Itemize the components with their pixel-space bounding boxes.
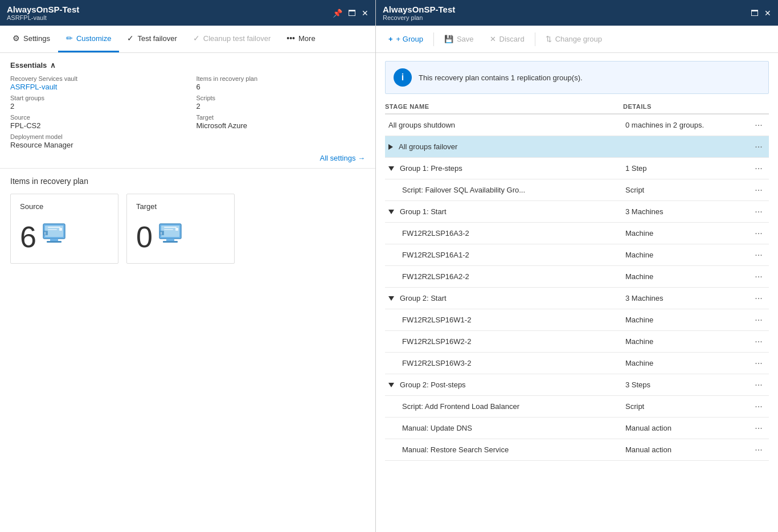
table-row: FW12R2LSP16W2-2 Machine ··· [385, 331, 769, 353]
essentials-item-source: Source FPL-CS2 [10, 114, 179, 130]
left-toolbar: ⚙ Settings ✏ Customize ✓ Test failover ✓… [0, 26, 375, 53]
change-group-button[interactable]: ⇅ Change group [538, 26, 610, 52]
settings-icon: ⚙ [13, 34, 20, 43]
svg-rect-13 [164, 227, 177, 228]
change-group-icon: ⇅ [546, 35, 552, 43]
essentials-item-target: Target Microsoft Azure [196, 114, 366, 130]
minimize-icon[interactable]: 🗖 [348, 9, 356, 18]
row-menu-fw-w2[interactable]: ··· [748, 334, 769, 349]
row-menu-group2-poststeps[interactable]: ··· [748, 378, 769, 392]
row-name-group2-poststeps: Group 2: Post-steps [385, 376, 623, 394]
discard-button[interactable]: ✕ Discard [482, 26, 533, 52]
left-title-info: AlwaysOnSP-Test ASRFPL-vault [7, 5, 79, 21]
more-button[interactable]: ••• More [279, 26, 323, 52]
cleanup-icon: ✓ [193, 34, 200, 43]
right-maximize-icon[interactable]: 🗖 [751, 9, 759, 18]
close-icon[interactable]: ✕ [362, 9, 368, 18]
discard-label: Discard [499, 35, 525, 43]
row-name-manual-dns: Manual: Update DNS [385, 419, 623, 437]
target-card-icon: i [158, 223, 183, 249]
items-cards: Source 6 i [10, 194, 365, 264]
pin-icon[interactable]: 📌 [333, 9, 342, 18]
fw-w2-name: FW12R2LSP16W2-2 [402, 337, 471, 346]
change-group-label: Change group [555, 35, 602, 43]
essentials-grid: Recovery Services vault ASRFPL-vault Ite… [10, 75, 365, 149]
test-failover-label: Test failover [137, 34, 177, 43]
essentials-item-vault: Recovery Services vault ASRFPL-vault [10, 75, 179, 91]
essentials-header[interactable]: Essentials ∧ [10, 61, 365, 69]
all-groups-failover-name: All groups failover [399, 142, 457, 151]
row-menu-all-groups-failover[interactable]: ··· [748, 140, 769, 154]
table-row: FW12R2LSP16A2-2 Machine ··· [385, 266, 769, 288]
save-button[interactable]: 💾 Save [436, 26, 482, 52]
row-details-script-failover-sql: Script [623, 181, 748, 199]
row-name-all-groups-shutdown: All groups shutdown [385, 116, 623, 134]
row-menu-fw-w1[interactable]: ··· [748, 313, 769, 328]
settings-button[interactable]: ⚙ Settings [5, 26, 58, 52]
script-frontend-lb-name: Script: Add Frontend Load Balancer [402, 402, 519, 411]
customize-button[interactable]: ✏ Customize [58, 26, 119, 52]
row-menu-fw-a1[interactable]: ··· [748, 248, 769, 263]
row-menu-group2-start[interactable]: ··· [748, 291, 769, 306]
table-row: Manual: Restore Search Service Manual ac… [385, 439, 769, 461]
row-menu-group1-presteps[interactable]: ··· [748, 161, 769, 176]
group-button[interactable]: + + Group [380, 26, 431, 52]
group1-start-details: 3 Machines [625, 207, 663, 216]
test-failover-button[interactable]: ✓ Test failover [119, 26, 185, 52]
row-menu-manual-search[interactable]: ··· [748, 443, 769, 457]
row-name-script-failover-sql: Script: Failover SQL Availability Gro... [385, 181, 623, 199]
row-details-group2-poststeps: 3 Steps [623, 376, 748, 394]
manual-dns-name: Manual: Update DNS [402, 424, 472, 432]
more-icon: ••• [286, 34, 295, 43]
row-details-all-groups-failover [623, 142, 748, 152]
info-text: This recovery plan contains 1 replicatio… [419, 73, 583, 82]
scripts-value: 2 [196, 102, 366, 111]
all-groups-shutdown-name: All groups shutdown [388, 121, 455, 129]
target-card: Target 0 i [126, 194, 235, 264]
svg-text:i: i [44, 231, 46, 235]
left-title-bar: AlwaysOnSP-Test ASRFPL-vault 📌 🗖 ✕ [0, 0, 375, 26]
left-window-controls: 📌 🗖 ✕ [333, 9, 368, 18]
customize-icon: ✏ [66, 34, 73, 43]
table-row: All groups failover ··· [385, 136, 769, 158]
fw-a3-details: Machine [625, 229, 653, 238]
right-app-subtitle: Recovery plan [383, 14, 455, 21]
fw-w3-details: Machine [625, 359, 653, 367]
row-menu-fw-a2[interactable]: ··· [748, 269, 769, 284]
row-details-script-frontend-lb: Script [623, 398, 748, 415]
right-close-icon[interactable]: ✕ [764, 9, 771, 18]
target-value: Microsoft Azure [196, 121, 366, 130]
svg-rect-12 [163, 241, 178, 243]
target-card-label: Target [136, 202, 225, 211]
fw-a1-name: FW12R2LSP16A1-2 [402, 251, 469, 259]
row-name-manual-search: Manual: Restore Search Service [385, 441, 623, 459]
fw-a3-name: FW12R2LSP16A3-2 [402, 229, 469, 238]
row-menu-fw-w3[interactable]: ··· [748, 356, 769, 371]
all-settings-link[interactable]: All settings → [320, 154, 365, 162]
cleanup-label: Cleanup test failover [203, 34, 271, 43]
essentials-collapse-icon: ∧ [50, 61, 56, 69]
row-menu-fw-a3[interactable]: ··· [748, 226, 769, 241]
cleanup-test-failover-button[interactable]: ✓ Cleanup test failover [185, 26, 279, 52]
source-value: FPL-CS2 [10, 121, 179, 130]
vault-value[interactable]: ASRFPL-vault [10, 83, 179, 91]
group-label: + Group [396, 35, 423, 43]
row-menu-manual-dns[interactable]: ··· [748, 421, 769, 436]
svg-rect-14 [164, 229, 173, 230]
fw-w1-details: Machine [625, 316, 653, 324]
svg-text:i: i [161, 231, 162, 235]
fw-a2-name: FW12R2LSP16A2-2 [402, 272, 469, 281]
svg-rect-15 [175, 228, 178, 231]
group1-presteps-details: 1 Step [625, 164, 647, 173]
row-menu-group1-start[interactable]: ··· [748, 204, 769, 219]
svg-rect-2 [50, 239, 58, 241]
table-row: Script: Failover SQL Availability Gro...… [385, 179, 769, 201]
row-details-fw-a3: Machine [623, 224, 748, 242]
svg-rect-11 [166, 239, 174, 241]
row-menu-script-failover-sql[interactable]: ··· [748, 183, 769, 198]
row-menu-all-groups-shutdown[interactable]: ··· [748, 118, 769, 133]
settings-label: Settings [23, 34, 50, 43]
right-title-info: AlwaysOnSP-Test Recovery plan [383, 5, 455, 21]
chevron-right-icon [388, 144, 393, 150]
row-menu-script-frontend-lb[interactable]: ··· [748, 399, 769, 414]
